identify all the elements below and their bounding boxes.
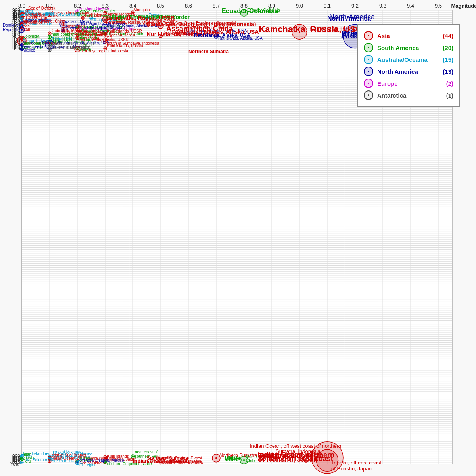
legend-na-label: North America	[377, 68, 440, 75]
legend-au-count: (15)	[443, 56, 453, 63]
legend-eu-count: (2)	[446, 80, 453, 87]
legend-australia: Australia/Oceania (15)	[364, 55, 453, 64]
legend-europe: Europe (2)	[364, 79, 453, 88]
legend-eu-label: Europe	[377, 80, 443, 87]
legend-south-america: South America (20)	[364, 43, 453, 52]
legend-na-count: (13)	[443, 68, 453, 75]
legend-ant-count: (1)	[446, 92, 453, 99]
legend-asia-count: (44)	[443, 33, 453, 39]
legend-antarctica: Antarctica (1)	[364, 90, 453, 100]
legend-north-america: North America (13)	[364, 67, 453, 76]
legend-au-label: Australia/Oceania	[377, 56, 440, 63]
chart-container: Asia (44) South America (20) Australia/O…	[0, 0, 476, 476]
legend-asia-label: Asia	[377, 33, 440, 39]
legend-sa-label: South America	[377, 44, 440, 51]
legend-box: Asia (44) South America (20) Australia/O…	[357, 24, 460, 107]
legend-sa-count: (20)	[443, 44, 453, 51]
legend-ant-label: Antarctica	[377, 92, 443, 99]
legend-asia: Asia (44)	[364, 31, 453, 40]
